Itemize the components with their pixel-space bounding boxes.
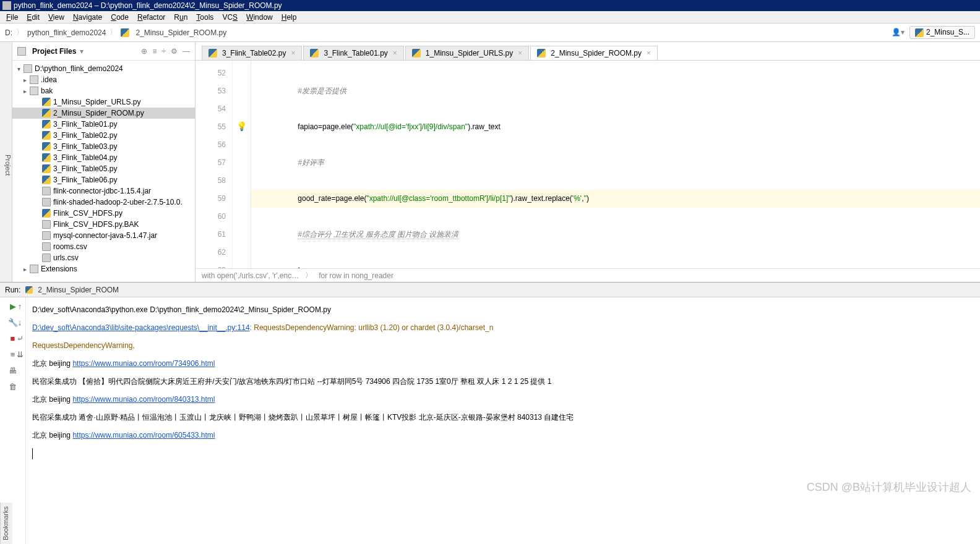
run-file[interactable]: 2_Minsu_Spider_ROOM bbox=[38, 286, 119, 294]
menu-run[interactable]: Run bbox=[170, 12, 191, 23]
hide-icon[interactable]: — bbox=[183, 47, 190, 56]
tree-item[interactable]: flink-shaded-hadoop-2-uber-2.7.5-10.0. bbox=[12, 197, 195, 208]
console-link[interactable]: https://www.muniao.com/room/734906.html bbox=[72, 359, 215, 368]
tree-item[interactable]: 1_Minsu_Spider_URLS.py bbox=[12, 96, 195, 108]
code-breadcrumb[interactable]: with open('./urls.csv', 'r',enc…〉for row… bbox=[196, 268, 980, 282]
app-icon bbox=[2, 1, 11, 10]
tree-extensions[interactable]: ▸Extensions bbox=[12, 263, 195, 274]
menu-file[interactable]: File bbox=[2, 12, 22, 23]
sidebar-project-tab[interactable]: Project bbox=[0, 42, 12, 282]
project-header-title[interactable]: Project Files bbox=[32, 47, 76, 56]
editor-tab[interactable]: 2_Minsu_Spider_ROOM.py× bbox=[530, 46, 658, 60]
nav-root[interactable]: D: bbox=[5, 28, 12, 37]
menu-edit[interactable]: Edit bbox=[23, 12, 43, 23]
user-icon[interactable]: 👤▾ bbox=[892, 28, 905, 36]
console-output[interactable]: D:\dev_soft\Anaconda3\python.exe D:\pyth… bbox=[26, 297, 980, 544]
console-link[interactable]: https://www.muniao.com/room/605433.html bbox=[72, 431, 215, 440]
console-link[interactable]: D:\dev_soft\Anaconda3\lib\site-packages\… bbox=[32, 323, 250, 332]
tree-item[interactable]: Flink_CSV_HDFS.py.BAK bbox=[12, 219, 195, 230]
close-tab-icon[interactable]: × bbox=[291, 49, 295, 57]
titlebar: python_flink_demo2024 – D:\python_flink_… bbox=[0, 0, 980, 11]
wrap-icon[interactable]: ⤶ bbox=[15, 333, 25, 343]
gutter-icons: 💡 bbox=[233, 61, 251, 268]
close-tab-icon[interactable]: × bbox=[393, 49, 397, 57]
tree-item[interactable]: urls.csv bbox=[12, 252, 195, 263]
tree-item[interactable]: mysql-connector-java-5.1.47.jar bbox=[12, 230, 195, 241]
tree-item[interactable]: Flink_CSV_HDFS.py bbox=[12, 208, 195, 219]
run-config-selector[interactable]: 2_Minsu_S... bbox=[909, 26, 975, 39]
menubar[interactable]: File Edit View Navigate Code Refactor Ru… bbox=[0, 11, 980, 23]
close-tab-icon[interactable]: × bbox=[647, 49, 651, 57]
close-tab-icon[interactable]: × bbox=[518, 49, 522, 57]
tree-item[interactable]: 2_Minsu_Spider_ROOM.py bbox=[12, 108, 195, 119]
settings-icon[interactable]: ⚙ bbox=[171, 47, 178, 56]
nav-project[interactable]: python_flink_demo2024 bbox=[27, 28, 106, 37]
expand-icon[interactable]: ≡ bbox=[152, 47, 157, 56]
editor-tab[interactable]: 3_Flink_Table01.py× bbox=[303, 46, 403, 60]
menu-window[interactable]: Window bbox=[243, 12, 277, 23]
menu-refactor[interactable]: Refactor bbox=[134, 12, 169, 23]
down-icon[interactable]: ↓ bbox=[15, 317, 25, 327]
tree-item[interactable]: 3_Flink_Table04.py bbox=[12, 152, 195, 163]
menu-tools[interactable]: Tools bbox=[192, 12, 217, 23]
gutter: 525354555657585960616263 bbox=[196, 61, 233, 268]
tree-root[interactable]: ▾D:\python_flink_demo2024 bbox=[12, 63, 195, 74]
tree-item[interactable]: 3_Flink_Table05.py bbox=[12, 163, 195, 174]
menu-navigate[interactable]: Navigate bbox=[69, 12, 106, 23]
run-panel: Run: 2_Minsu_Spider_ROOM ▶ 🔧 ■ ≡ 🖶 🗑 ↑ ↓… bbox=[0, 282, 980, 544]
tree-item[interactable]: flink-connector-jdbc-1.15.4.jar bbox=[12, 185, 195, 197]
tree-item[interactable]: 3_Flink_Table02.py bbox=[12, 130, 195, 141]
editor-tabs: 3_Flink_Table02.py×3_Flink_Table01.py×1_… bbox=[196, 42, 980, 61]
tree-item[interactable]: 3_Flink_Table03.py bbox=[12, 141, 195, 152]
menu-code[interactable]: Code bbox=[107, 12, 132, 23]
tree-item[interactable]: 3_Flink_Table06.py bbox=[12, 174, 195, 185]
watermark: CSDN @B站计算机毕业设计超人 bbox=[807, 480, 971, 495]
up-icon[interactable]: ↑ bbox=[15, 301, 25, 311]
project-panel: Project Files ▾ ⊕ ≡ ÷ ⚙ — ▾D:\python_fli… bbox=[12, 42, 196, 282]
delete-icon[interactable]: 🗑 bbox=[8, 381, 18, 391]
run-label: Run: bbox=[5, 286, 20, 294]
sidebar-bookmarks-tab[interactable]: Bookmarks bbox=[0, 503, 12, 544]
menu-help[interactable]: Help bbox=[278, 12, 301, 23]
menu-vcs[interactable]: VCS bbox=[218, 12, 241, 23]
editor-tab[interactable]: 1_Minsu_Spider_URLS.py× bbox=[405, 46, 529, 60]
collapse-icon[interactable]: ÷ bbox=[161, 47, 166, 56]
tree-item[interactable]: 3_Flink_Table01.py bbox=[12, 119, 195, 130]
tree-item[interactable]: ▸bak bbox=[12, 85, 195, 96]
scroll-icon[interactable]: ⇊ bbox=[15, 349, 25, 359]
locate-icon[interactable]: ⊕ bbox=[141, 47, 147, 56]
intention-bulb-icon[interactable]: 💡 bbox=[236, 121, 247, 131]
python-icon bbox=[25, 286, 33, 294]
navbar: D: 〉 python_flink_demo2024 〉 2_Minsu_Spi… bbox=[0, 23, 980, 42]
tree-item[interactable]: ▸.idea bbox=[12, 74, 195, 85]
print-icon[interactable]: 🖶 bbox=[8, 365, 18, 375]
code-editor[interactable]: #发票是否提供 fapiao=page.ele("xpath://ul[@id=… bbox=[251, 61, 980, 268]
window-title: python_flink_demo2024 – D:\python_flink_… bbox=[14, 1, 282, 10]
nav-file[interactable]: 2_Minsu_Spider_ROOM.py bbox=[135, 28, 226, 37]
folder-icon bbox=[17, 47, 26, 56]
tree-item[interactable]: rooms.csv bbox=[12, 241, 195, 252]
menu-view[interactable]: View bbox=[45, 12, 68, 23]
python-icon bbox=[121, 28, 129, 37]
editor-tab[interactable]: 3_Flink_Table02.py× bbox=[202, 46, 302, 60]
caret bbox=[32, 448, 33, 459]
console-link[interactable]: https://www.muniao.com/room/840313.html bbox=[72, 395, 215, 404]
project-tree[interactable]: ▾D:\python_flink_demo2024 ▸.idea▸bak1_Mi… bbox=[12, 61, 195, 282]
